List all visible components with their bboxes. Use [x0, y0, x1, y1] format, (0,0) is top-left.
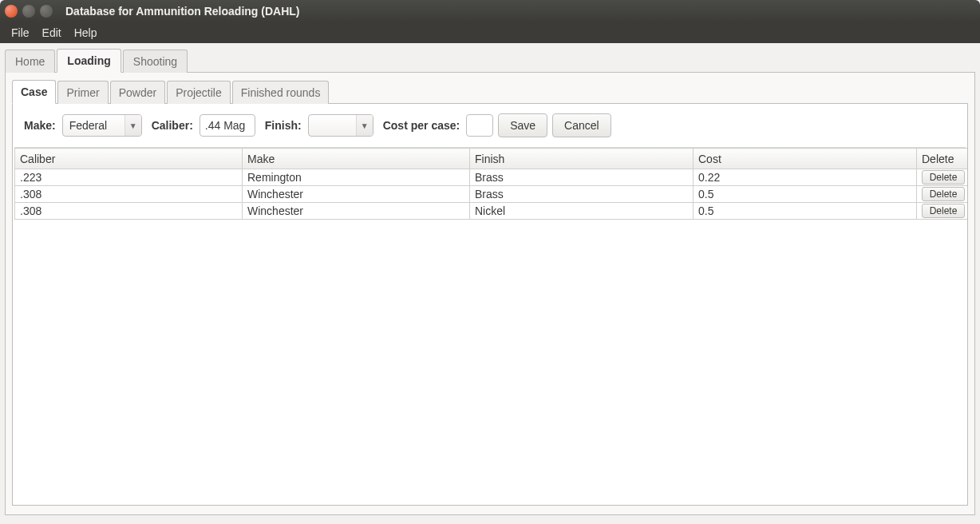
- subtab-finished-rounds[interactable]: Finished rounds: [232, 81, 330, 104]
- cost-input[interactable]: [466, 114, 493, 137]
- minimize-icon[interactable]: [22, 5, 35, 18]
- cancel-button[interactable]: Cancel: [552, 113, 611, 137]
- save-button[interactable]: Save: [498, 113, 547, 137]
- cell-delete: Delete: [917, 169, 968, 186]
- col-header-make[interactable]: Make: [243, 149, 470, 169]
- menu-edit[interactable]: Edit: [38, 24, 66, 42]
- delete-button[interactable]: Delete: [922, 204, 965, 218]
- window-title: Database for Ammunition Reloading (DAHL): [65, 5, 300, 18]
- delete-button[interactable]: Delete: [922, 170, 965, 185]
- tab-home[interactable]: Home: [5, 50, 55, 73]
- table-row: .308 Winchester Nickel 0.5 Delete: [15, 203, 968, 220]
- content-area: Home Loading Shooting Case Primer Powder…: [0, 43, 980, 524]
- cell-finish: Brass: [470, 186, 694, 203]
- case-table: Caliber Make Finish Cost Delete .223 Rem…: [14, 148, 968, 220]
- finish-combo-value: [309, 115, 357, 136]
- cell-make: Winchester: [243, 186, 470, 203]
- tab-loading[interactable]: Loading: [57, 49, 121, 73]
- case-panel: Make: Federal ▼ Caliber: .44 Mag Finish:…: [12, 104, 968, 506]
- titlebar: Database for Ammunition Reloading (DAHL): [0, 0, 980, 22]
- cost-label: Cost per case:: [383, 119, 460, 132]
- delete-button[interactable]: Delete: [922, 187, 965, 201]
- chevron-down-icon: ▼: [357, 115, 373, 136]
- col-header-cost[interactable]: Cost: [694, 149, 917, 169]
- cell-make: Remington: [243, 169, 470, 186]
- maximize-icon[interactable]: [40, 5, 53, 18]
- cell-delete: Delete: [917, 203, 968, 220]
- menu-file[interactable]: File: [6, 24, 34, 42]
- cell-caliber: .308: [15, 203, 243, 220]
- cell-caliber: .223: [15, 169, 243, 186]
- caliber-input[interactable]: .44 Mag: [200, 114, 255, 137]
- finish-combo[interactable]: ▼: [308, 114, 373, 137]
- finish-label: Finish:: [265, 119, 302, 132]
- caliber-label: Caliber:: [152, 119, 193, 132]
- case-table-wrap: Caliber Make Finish Cost Delete .223 Rem…: [14, 147, 966, 459]
- cell-caliber: .308: [15, 186, 243, 203]
- menu-help[interactable]: Help: [69, 24, 102, 42]
- cell-finish: Nickel: [470, 203, 694, 220]
- make-label: Make:: [24, 119, 56, 132]
- col-header-delete[interactable]: Delete: [917, 149, 968, 169]
- cell-cost: 0.5: [694, 186, 917, 203]
- subtab-primer[interactable]: Primer: [57, 81, 108, 104]
- table-row: .308 Winchester Brass 0.5 Delete: [15, 186, 968, 203]
- cell-cost: 0.5: [694, 203, 917, 220]
- cell-finish: Brass: [470, 169, 694, 186]
- subtab-powder[interactable]: Powder: [110, 81, 165, 104]
- make-combo-value: Federal: [63, 115, 125, 136]
- table-empty-area: [14, 220, 966, 459]
- make-combo[interactable]: Federal ▼: [62, 114, 142, 137]
- subtab-projectile[interactable]: Projectile: [167, 81, 231, 104]
- subtab-case[interactable]: Case: [12, 80, 56, 104]
- table-row: .223 Remington Brass 0.22 Delete: [15, 169, 968, 186]
- col-header-caliber[interactable]: Caliber: [15, 149, 243, 169]
- cell-delete: Delete: [917, 186, 968, 203]
- cell-make: Winchester: [243, 203, 470, 220]
- table-header-row: Caliber Make Finish Cost Delete: [15, 149, 968, 169]
- main-tabstrip: Home Loading Shooting: [5, 48, 975, 73]
- close-icon[interactable]: [5, 5, 18, 18]
- case-form-row: Make: Federal ▼ Caliber: .44 Mag Finish:…: [13, 113, 967, 147]
- loading-panel: Case Primer Powder Projectile Finished r…: [5, 73, 975, 515]
- col-header-finish[interactable]: Finish: [470, 149, 694, 169]
- cell-cost: 0.22: [694, 169, 917, 186]
- chevron-down-icon: ▼: [125, 115, 141, 136]
- menubar: File Edit Help: [0, 22, 980, 43]
- tab-shooting[interactable]: Shooting: [123, 50, 188, 73]
- sub-tabstrip: Case Primer Powder Projectile Finished r…: [12, 79, 968, 104]
